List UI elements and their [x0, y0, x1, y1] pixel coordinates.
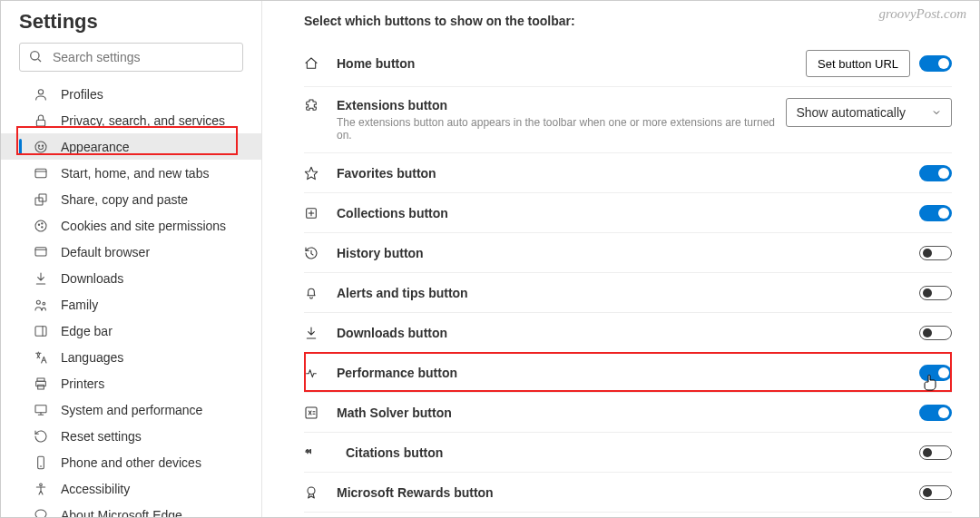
row-label: History button — [337, 246, 919, 260]
watermark: groovyPost.com — [878, 6, 966, 22]
sidebar-item-about-microsoft-edge[interactable]: About Microsoft Edge — [1, 502, 261, 517]
extensions-icon — [304, 98, 320, 112]
svg-rect-20 — [38, 385, 44, 389]
sidebar-item-cookies-and-site-permissions[interactable]: Cookies and site permissions — [1, 212, 261, 239]
sidebar-item-label: Phone and other devices — [61, 455, 201, 470]
sidebar-item-label: Reset settings — [61, 429, 142, 444]
sidebar-item-appearance[interactable]: Appearance — [1, 133, 261, 160]
row-label: Citations button — [346, 445, 919, 460]
svg-point-12 — [42, 226, 43, 227]
sidebar-item-start-home-and-new-tabs[interactable]: Start, home, and new tabs — [1, 160, 261, 186]
sidebar-item-system-and-performance[interactable]: System and performance — [1, 396, 261, 423]
sidebar: Settings ProfilesPrivacy, search, and se… — [1, 1, 262, 517]
reset-icon — [34, 429, 48, 444]
row-downloads-button: Downloads button — [304, 313, 952, 353]
history-icon — [304, 246, 320, 260]
search-input[interactable] — [19, 43, 243, 72]
phone-icon — [34, 455, 48, 470]
download-icon — [34, 271, 48, 286]
tab-icon — [34, 166, 48, 181]
settings-window: Settings ProfilesPrivacy, search, and se… — [0, 0, 980, 518]
math-solver-button-toggle[interactable] — [919, 405, 952, 421]
search-wrap — [1, 43, 261, 81]
row-control — [919, 326, 952, 340]
toolbar-rows: Home buttonSet button URLExtensions butt… — [304, 41, 952, 513]
row-label: Microsoft Rewards button — [337, 485, 919, 500]
sidebar-item-privacy-search-and-services[interactable]: Privacy, search, and services — [1, 107, 261, 133]
sidebar-item-label: Family — [61, 298, 98, 312]
row-citations-button: Citations button — [304, 433, 952, 473]
section-title: Select which buttons to show on the tool… — [304, 14, 952, 28]
nav-list: ProfilesPrivacy, search, and servicesApp… — [1, 81, 261, 517]
sidebar-item-phone-and-other-devices[interactable]: Phone and other devices — [1, 449, 261, 475]
svg-point-6 — [42, 145, 43, 146]
sidebar-item-edge-bar[interactable]: Edge bar — [1, 318, 261, 344]
collections-button-toggle[interactable] — [919, 205, 952, 221]
sidebar-item-label: Start, home, and new tabs — [61, 166, 209, 181]
accessibility-icon — [34, 482, 48, 496]
microsoft-rewards-button-toggle[interactable] — [919, 485, 952, 500]
row-math-solver-button: Math Solver button — [304, 393, 952, 433]
row-label: Alerts and tips button — [337, 286, 919, 300]
row-subtext: The extensions button auto appears in th… — [337, 116, 786, 142]
home-toggle[interactable] — [919, 55, 952, 72]
languages-icon — [34, 350, 48, 365]
row-home-button: Home buttonSet button URL — [304, 41, 952, 87]
sidebar-item-label: Languages — [61, 350, 123, 365]
sidebar-item-share-copy-and-paste[interactable]: Share, copy and paste — [1, 186, 261, 212]
history-button-toggle[interactable] — [919, 246, 952, 260]
extensions-dropdown[interactable]: Show automatically — [786, 98, 952, 127]
svg-point-2 — [38, 89, 43, 93]
lock-icon — [34, 113, 48, 128]
home-icon — [304, 56, 320, 71]
svg-rect-14 — [35, 247, 46, 255]
sidebar-item-label: Profiles — [61, 87, 103, 102]
row-control — [919, 165, 952, 181]
svg-point-13 — [42, 222, 43, 223]
row-history-button: History button — [304, 233, 952, 273]
performance-button-toggle[interactable] — [919, 365, 952, 381]
search-icon — [28, 49, 43, 64]
row-label: Extensions button — [337, 98, 786, 112]
svg-marker-25 — [305, 167, 317, 179]
downloads-button-toggle[interactable] — [919, 326, 952, 340]
row-extensions-button: Extensions buttonThe extensions button a… — [304, 87, 952, 153]
row-collections-button: Collections button — [304, 193, 952, 233]
download-icon — [304, 326, 320, 340]
row-favorites-button: Favorites button — [304, 153, 952, 193]
sidebar-item-profiles[interactable]: Profiles — [1, 81, 261, 107]
svg-point-11 — [38, 224, 39, 225]
row-label: Favorites button — [337, 166, 919, 181]
sidebar-item-printers[interactable]: Printers — [1, 370, 261, 396]
sidebar-item-family[interactable]: Family — [1, 291, 261, 318]
sidebar-item-label: Appearance — [61, 140, 130, 154]
collections-icon — [304, 206, 320, 220]
sidebar-item-label: Share, copy and paste — [61, 192, 188, 207]
row-control: Set button URL — [806, 50, 952, 77]
set-button-url-button[interactable]: Set button URL — [806, 50, 910, 77]
star-icon — [304, 166, 320, 181]
browser-icon — [34, 245, 48, 259]
sidebar-item-label: Accessibility — [61, 482, 130, 496]
citations-icon — [304, 445, 320, 460]
row-label: Math Solver button — [337, 406, 919, 420]
sidebar-item-accessibility[interactable]: Accessibility — [1, 475, 261, 502]
row-control — [919, 365, 952, 381]
edgebar-icon — [34, 324, 48, 338]
sidebar-item-default-browser[interactable]: Default browser — [1, 239, 261, 265]
sidebar-item-downloads[interactable]: Downloads — [1, 265, 261, 291]
citations-button-toggle[interactable] — [919, 445, 952, 460]
about-icon — [34, 508, 48, 518]
sidebar-item-reset-settings[interactable]: Reset settings — [1, 423, 261, 449]
svg-rect-27 — [306, 407, 317, 418]
sidebar-item-languages[interactable]: Languages — [1, 344, 261, 370]
svg-point-24 — [40, 484, 43, 486]
row-label: Downloads button — [337, 326, 919, 340]
content-area: Select which buttons to show on the tool… — [262, 1, 979, 517]
alerts-and-tips-button-toggle[interactable] — [919, 286, 952, 300]
sidebar-item-label: Privacy, search, and services — [61, 113, 225, 128]
row-control — [919, 445, 952, 460]
favorites-button-toggle[interactable] — [919, 165, 952, 181]
profile-icon — [34, 87, 48, 102]
family-icon — [34, 298, 48, 312]
